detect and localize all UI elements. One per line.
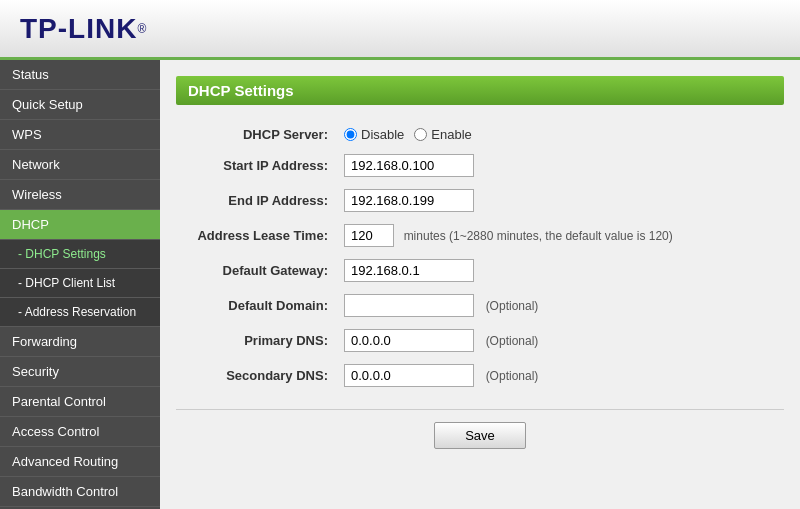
- sidebar-item-wps[interactable]: WPS: [0, 120, 160, 150]
- gateway-value: [336, 253, 784, 288]
- secondary-dns-input[interactable]: [344, 364, 474, 387]
- dhcp-server-row: DHCP Server: Disable Enable: [176, 121, 784, 148]
- domain-label: Default Domain:: [176, 288, 336, 323]
- domain-optional: (Optional): [486, 299, 539, 313]
- start-ip-label: Start IP Address:: [176, 148, 336, 183]
- primary-dns-label: Primary DNS:: [176, 323, 336, 358]
- enable-radio-label[interactable]: Enable: [414, 127, 471, 142]
- main-layout: StatusQuick SetupWPSNetworkWirelessDHCP-…: [0, 60, 800, 509]
- lease-time-hint: minutes (1~2880 minutes, the default val…: [404, 229, 673, 243]
- disable-radio[interactable]: [344, 128, 357, 141]
- button-row: Save: [176, 422, 784, 449]
- sidebar-item-address-reservation[interactable]: - Address Reservation: [0, 298, 160, 327]
- end-ip-row: End IP Address:: [176, 183, 784, 218]
- sidebar-item-dhcp-client-list[interactable]: - DHCP Client List: [0, 269, 160, 298]
- dhcp-server-value: Disable Enable: [336, 121, 784, 148]
- primary-dns-optional: (Optional): [486, 334, 539, 348]
- gateway-input[interactable]: [344, 259, 474, 282]
- sidebar-item-parental-control[interactable]: Parental Control: [0, 387, 160, 417]
- secondary-dns-value: (Optional): [336, 358, 784, 393]
- primary-dns-value: (Optional): [336, 323, 784, 358]
- form-divider: [176, 409, 784, 410]
- header: TP-LINK®: [0, 0, 800, 60]
- lease-time-row: Address Lease Time: minutes (1~2880 minu…: [176, 218, 784, 253]
- sidebar-item-network[interactable]: Network: [0, 150, 160, 180]
- enable-radio[interactable]: [414, 128, 427, 141]
- section-title: DHCP Settings: [176, 76, 784, 105]
- save-button[interactable]: Save: [434, 422, 526, 449]
- sidebar-item-bandwidth-control[interactable]: Bandwidth Control: [0, 477, 160, 507]
- domain-input[interactable]: [344, 294, 474, 317]
- domain-row: Default Domain: (Optional): [176, 288, 784, 323]
- sidebar-item-advanced-routing[interactable]: Advanced Routing: [0, 447, 160, 477]
- gateway-label: Default Gateway:: [176, 253, 336, 288]
- sidebar-item-dhcp-settings[interactable]: - DHCP Settings: [0, 240, 160, 269]
- content-area: DHCP Settings DHCP Server: Disable Enabl…: [160, 60, 800, 509]
- dhcp-form: DHCP Server: Disable Enable: [176, 121, 784, 393]
- lease-time-input[interactable]: [344, 224, 394, 247]
- end-ip-label: End IP Address:: [176, 183, 336, 218]
- sidebar-item-dhcp[interactable]: DHCP: [0, 210, 160, 240]
- dhcp-server-radio-group: Disable Enable: [344, 127, 776, 142]
- sidebar-item-security[interactable]: Security: [0, 357, 160, 387]
- primary-dns-input[interactable]: [344, 329, 474, 352]
- start-ip-row: Start IP Address:: [176, 148, 784, 183]
- end-ip-input[interactable]: [344, 189, 474, 212]
- lease-time-value: minutes (1~2880 minutes, the default val…: [336, 218, 784, 253]
- secondary-dns-label: Secondary DNS:: [176, 358, 336, 393]
- logo: TP-LINK®: [20, 13, 146, 45]
- secondary-dns-optional: (Optional): [486, 369, 539, 383]
- sidebar-item-quick-setup[interactable]: Quick Setup: [0, 90, 160, 120]
- end-ip-value: [336, 183, 784, 218]
- primary-dns-row: Primary DNS: (Optional): [176, 323, 784, 358]
- sidebar-item-status[interactable]: Status: [0, 60, 160, 90]
- start-ip-value: [336, 148, 784, 183]
- sidebar-item-wireless[interactable]: Wireless: [0, 180, 160, 210]
- gateway-row: Default Gateway:: [176, 253, 784, 288]
- sidebar-item-access-control[interactable]: Access Control: [0, 417, 160, 447]
- sidebar: StatusQuick SetupWPSNetworkWirelessDHCP-…: [0, 60, 160, 509]
- dhcp-server-label: DHCP Server:: [176, 121, 336, 148]
- domain-value: (Optional): [336, 288, 784, 323]
- secondary-dns-row: Secondary DNS: (Optional): [176, 358, 784, 393]
- disable-radio-label[interactable]: Disable: [344, 127, 404, 142]
- start-ip-input[interactable]: [344, 154, 474, 177]
- lease-time-label: Address Lease Time:: [176, 218, 336, 253]
- sidebar-item-forwarding[interactable]: Forwarding: [0, 327, 160, 357]
